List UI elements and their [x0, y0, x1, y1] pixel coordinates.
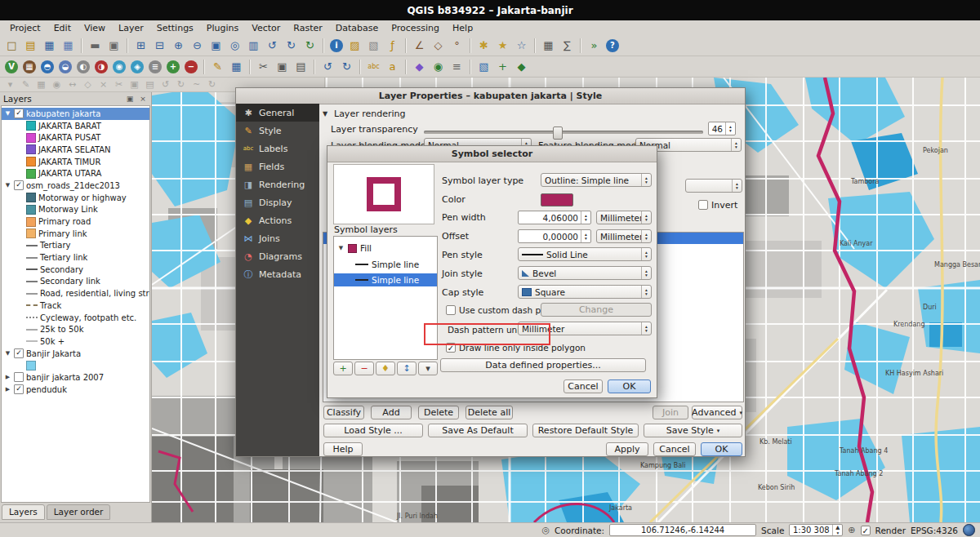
expander-icon[interactable]: ▼ [337, 245, 345, 251]
add-delimited-text-layer-icon[interactable]: ≡ [149, 60, 162, 73]
add-mssql-layer-icon[interactable]: ◐ [77, 60, 90, 73]
cap-style-combo[interactable]: Square ▴▾ [518, 285, 652, 299]
tab-layers[interactable]: Layers [2, 504, 45, 520]
offset-spinbox[interactable]: 0,00000 ▴▾ [518, 229, 591, 243]
redo-icon[interactable]: ↻ [338, 58, 355, 75]
apply-button[interactable]: Apply [606, 442, 648, 456]
magnifier-icon[interactable]: ⊕ [848, 525, 855, 535]
undo-icon[interactable]: ↺ [319, 58, 336, 75]
save-project-as-icon[interactable]: ▦ [60, 37, 77, 54]
layer-item-kabupaten-jakarta[interactable]: ▼✓kabupaten jakarta [2, 108, 149, 120]
pan-map-icon[interactable]: ⊞ [132, 37, 149, 54]
add-wfs-layer-icon[interactable]: ◈ [131, 60, 144, 73]
load-style-button[interactable]: Load Style ... [323, 424, 423, 437]
new-print-composer-icon[interactable]: ▬ [87, 37, 104, 54]
scale-combo[interactable]: 1:30 308 ▴▾ [789, 524, 843, 536]
ok-button[interactable]: OK [701, 442, 742, 456]
cut-features-icon[interactable]: ✂ [255, 58, 272, 75]
menu-settings[interactable]: Settings [150, 22, 200, 34]
layer-item-jakarta-timur[interactable]: JAKARTA TIMUR [2, 156, 149, 168]
props-tab-actions[interactable]: ◆Actions [236, 211, 319, 229]
menu-help[interactable]: Help [446, 22, 479, 34]
symbol-cancel-button[interactable]: Cancel [564, 379, 603, 393]
props-tab-rendering[interactable]: ◨Rendering [236, 175, 319, 193]
help-icon[interactable]: ? [606, 39, 619, 52]
python-console-icon[interactable]: » [586, 37, 603, 54]
layer-item-jakarta-pusat[interactable]: JAKARTA PUSAT [2, 131, 149, 144]
zoom-last-icon[interactable]: ↺ [264, 37, 281, 54]
menu-plugins[interactable]: Plugins [200, 22, 245, 34]
add-oracle-layer-icon[interactable]: ◑ [95, 60, 108, 73]
spinner-arrows-icon[interactable]: ▴▾ [581, 211, 590, 224]
cancel-button[interactable]: Cancel [653, 442, 696, 456]
layer-item-25k-to-50k[interactable]: 25k to 50k [2, 323, 149, 335]
zoom-in-icon[interactable]: ⊕ [170, 37, 187, 54]
paste-features-icon[interactable]: ▤ [292, 58, 310, 75]
symbol-ok-button[interactable]: OK [608, 379, 651, 393]
menu-processing[interactable]: Processing [385, 22, 446, 34]
crs-status[interactable]: EPSG:4326 [911, 526, 958, 535]
dock-icon[interactable]: ▣ [125, 95, 135, 103]
transparency-spinbox[interactable]: 46 ▴▾ [708, 122, 736, 135]
props-tab-metadata[interactable]: ⓘMetadata [236, 265, 319, 283]
props-tab-diagrams[interactable]: ◔Diagrams [236, 247, 319, 265]
props-tab-style[interactable]: ✎Style [236, 122, 319, 140]
props-tab-display[interactable]: ▤Display [236, 193, 319, 211]
field-calculator-icon[interactable]: ∑ [559, 37, 576, 54]
show-bookmarks-icon[interactable]: ☆ [513, 37, 530, 54]
symbol-layer-simple-line-selected-row[interactable]: Simple line [334, 273, 437, 286]
expander-icon[interactable]: ▼ [4, 350, 11, 357]
layer-item-cycleway-footpath-etc-[interactable]: Cycleway, footpath etc. [2, 312, 149, 324]
expander-icon[interactable]: ▼ [4, 182, 11, 189]
expander-icon[interactable]: ▼ [4, 110, 11, 117]
zoom-out-icon[interactable]: ⊖ [189, 37, 206, 54]
select-by-expression-icon[interactable]: ƒ [384, 37, 401, 54]
new-bookmark-icon[interactable]: ★ [494, 37, 511, 54]
measure-area-icon[interactable]: ◇ [430, 37, 447, 54]
zoom-full-icon[interactable]: ▣ [207, 37, 225, 54]
symbol-layer-fill-row[interactable]: ▼ Fill [334, 242, 437, 255]
measure-line-icon[interactable]: ∠ [411, 37, 428, 54]
add-raster-layer-icon[interactable]: ▦ [23, 60, 36, 73]
transparency-slider-handle[interactable] [553, 126, 563, 140]
layer-item-50k-[interactable]: 50k + [2, 335, 149, 348]
add-vector-layer-icon[interactable]: V [5, 60, 18, 73]
layer-item-penduduk[interactable]: ▶✓penduduk [2, 384, 149, 396]
globe-icon[interactable] [963, 524, 975, 536]
attribute-table-icon[interactable]: ▦ [540, 37, 557, 54]
new-project-icon[interactable]: □ [3, 37, 20, 54]
menu-layer[interactable]: Layer [112, 22, 150, 34]
color-swatch-button[interactable] [541, 193, 573, 206]
pen-width-unit-combo[interactable]: Millimeter ▴▾ [596, 211, 652, 224]
layer-item-jakarta-utara[interactable]: JAKARTA UTARA [2, 167, 149, 180]
save-as-default-button[interactable]: Save As Default [428, 424, 528, 437]
transparency-slider[interactable] [424, 131, 703, 134]
labeling-icon[interactable]: abc [365, 58, 382, 75]
visibility-checkbox[interactable]: ✓ [14, 180, 24, 190]
layer-item-banjir-jakarta[interactable]: ▼✓Banjir Jakarta [2, 348, 149, 360]
select-features-icon[interactable]: ▨ [346, 37, 363, 54]
classify-button[interactable]: Classify [323, 406, 364, 419]
symbol-layer-simple-line-row[interactable]: Simple line [334, 258, 437, 271]
layer-item-jakarta-barat[interactable]: JAKARTA BARAT [2, 120, 149, 132]
pan-to-selection-icon[interactable]: ⊟ [151, 37, 168, 54]
style-manager-icon[interactable]: ◆ [411, 58, 428, 75]
add-spatialite-layer-icon[interactable]: ◒ [59, 60, 72, 73]
visibility-checkbox[interactable]: ✓ [14, 348, 24, 358]
menu-edit[interactable]: Edit [47, 22, 78, 34]
lock-symbol-layer-button[interactable]: ♦ [376, 362, 395, 375]
add-symbol-layer-button[interactable]: + [333, 362, 353, 375]
move-symbol-layer-button[interactable]: ↕ [397, 362, 416, 375]
refresh-map-icon[interactable]: ↻ [301, 37, 318, 54]
zoom-to-selection-icon[interactable]: ◎ [226, 37, 243, 54]
remove-symbol-layer-button[interactable]: − [354, 362, 374, 375]
toggle-editing-icon[interactable]: ✎ [209, 58, 226, 75]
color-ramp-combo[interactable]: ▴▾ [685, 179, 742, 193]
custom-projections-icon[interactable]: ◉ [430, 58, 447, 75]
props-tab-joins[interactable]: ⋈Joins [236, 229, 319, 247]
deselect-features-icon[interactable]: ▧ [365, 37, 382, 54]
layer-item-osm-roads-21dec2013[interactable]: ▼✓osm_roads_21dec2013 [2, 180, 149, 192]
menu-view[interactable]: View [78, 22, 112, 34]
render-checkbox[interactable] [861, 526, 871, 535]
layer-item-motorway-link[interactable]: Motorway Link [2, 204, 149, 216]
